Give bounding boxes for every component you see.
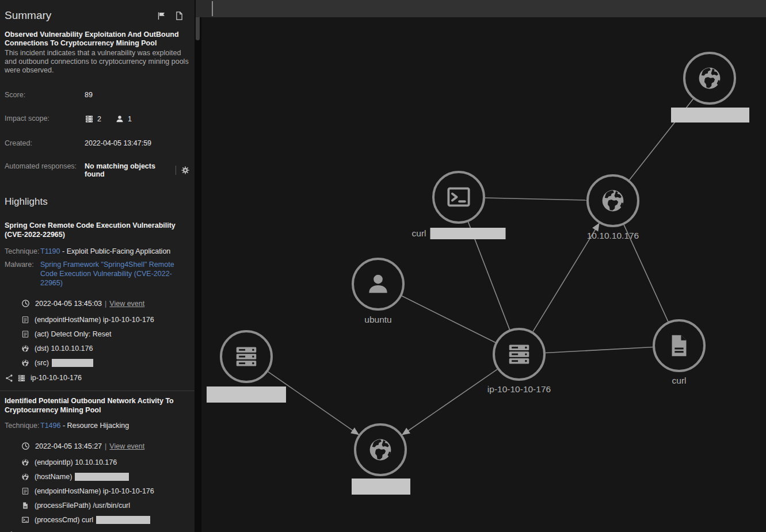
report-icon[interactable]	[174, 11, 184, 21]
file-icon	[666, 332, 692, 359]
event-attribute-text: (hostName)	[35, 473, 72, 481]
clock-icon	[21, 442, 30, 450]
panel-title: Summary	[5, 9, 157, 22]
incident-title: Observed Vulnerability Exploitation And …	[5, 30, 190, 48]
technique-label: Technique:	[5, 247, 40, 256]
user-icon	[115, 114, 124, 124]
score-label: Score:	[5, 91, 85, 99]
technique-row: Technique: T1496 - Resource Hijacking	[5, 421, 190, 430]
impact-scope-row: Impact scope: 2 1	[5, 114, 190, 124]
node-label-process-curl: curl	[412, 228, 506, 239]
event-attribute-row: (endpointIp) 10.10.10.176	[5, 458, 190, 466]
automated-responses-row: Automated responses: No matching objects…	[5, 162, 190, 178]
share-network-icon	[5, 374, 14, 382]
clock-icon	[21, 299, 30, 308]
separator: |	[105, 442, 106, 450]
globe-icon	[21, 345, 29, 353]
redacted-node-label	[671, 108, 749, 123]
impact-scope-label: Impact scope:	[5, 114, 85, 123]
globe-icon	[696, 65, 723, 91]
graph-node-process-curl[interactable]	[432, 171, 485, 224]
highlights-heading: Highlights	[5, 196, 190, 208]
event-attribute-row: (dst) 10.10.10.176	[5, 344, 190, 353]
created-row: Created: 2022-04-05 13:47:59	[5, 139, 190, 147]
graph-toolbar-button[interactable]	[196, 0, 212, 17]
terminal-icon	[445, 184, 472, 210]
toolbar-divider	[212, 1, 213, 16]
terminal-icon	[21, 516, 29, 524]
event-attribute-text: (act) Detect Only: Reset	[35, 330, 111, 338]
score-row: Score: 89	[5, 91, 190, 99]
globe-icon	[21, 359, 29, 367]
malware-label: Malware:	[5, 260, 40, 288]
graph-node-ip-10-10-10-176[interactable]	[586, 174, 639, 227]
event-attribute-row: (processFilePath) /usr/bin/curl	[5, 501, 190, 510]
user-icon	[365, 271, 391, 297]
server-icon	[17, 374, 26, 382]
highlight-section-2: Identified Potential Outbound Network Ac…	[5, 397, 190, 532]
redacted-value	[52, 359, 93, 367]
event-attribute-text: (endpointHostName) ip-10-10-10-176	[35, 487, 154, 495]
view-event-link[interactable]: View event	[109, 300, 144, 308]
globe-icon	[600, 187, 626, 214]
server-icon	[233, 343, 260, 370]
file-icon	[21, 502, 29, 510]
automated-responses-value: No matching objects found	[85, 162, 171, 178]
event-attribute-text: (processFilePath) /usr/bin/curl	[35, 502, 130, 510]
event-attribute-text: (dst) 10.10.10.176	[35, 345, 93, 353]
event-timestamp: 2022-04-05 13:45:27	[35, 442, 102, 450]
highlight-title: Identified Potential Outbound Network Ac…	[5, 397, 189, 415]
event-timestamp: 2022-04-05 13:45:03	[35, 300, 102, 308]
technique-label: Technique:	[5, 421, 40, 430]
incident-graph-canvas[interactable]	[201, 0, 766, 532]
event-attribute-text: (src)	[35, 359, 49, 367]
note-icon	[21, 487, 29, 495]
server-icon	[506, 341, 532, 368]
graph-node-host-ip-10-10-10-176[interactable]	[493, 328, 546, 381]
redacted-value	[96, 516, 150, 524]
score-value: 89	[85, 91, 93, 99]
redacted-node-label	[352, 479, 410, 495]
globe-icon	[367, 437, 394, 463]
globe-icon	[21, 458, 29, 466]
event-timestamp-row: 2022-04-05 13:45:27 | View event	[5, 440, 190, 452]
separator: |	[105, 300, 106, 308]
event-timestamp-row: 2022-04-05 13:45:03 | View event	[5, 297, 190, 309]
event-attribute-row: (hostName)	[5, 472, 190, 481]
created-value: 2022-04-05 13:47:59	[85, 139, 151, 147]
flag-icon[interactable]	[157, 11, 166, 21]
graph-node-external-destination-bottom[interactable]	[354, 423, 407, 476]
technique-link[interactable]: T1190	[40, 247, 60, 255]
section-divider	[0, 391, 195, 391]
value-divider	[176, 166, 176, 175]
affected-entity-name: ip-10-10-10-176	[31, 374, 82, 382]
event-attribute-row: (src)	[5, 358, 190, 367]
created-label: Created:	[5, 139, 85, 147]
view-event-link[interactable]: View event	[109, 442, 144, 450]
graph-node-user-ubuntu[interactable]	[352, 258, 405, 311]
technique-name: - Exploit Public-Facing Application	[62, 247, 170, 255]
event-attribute-row: (processCmd) curl	[5, 515, 190, 524]
highlight-title: Spring Core Remote Code Execution Vulner…	[5, 221, 189, 239]
gear-icon[interactable]	[181, 166, 190, 175]
sidebar-scrollbar[interactable]	[195, 0, 201, 532]
node-label-text: curl	[412, 228, 426, 239]
graph-node-external-destination-top[interactable]	[683, 52, 736, 105]
node-label-ubuntu: ubuntu	[364, 315, 391, 325]
incident-description: This incident indicates that a vulnerabi…	[5, 49, 190, 74]
malware-link[interactable]: Spring Framework "Spring4Shell" Remote C…	[40, 261, 174, 287]
note-icon	[21, 316, 29, 324]
graph-node-server-left[interactable]	[220, 330, 273, 383]
graph-toolbar	[196, 0, 766, 17]
technique-row: Technique: T1190 - Exploit Public-Facing…	[5, 247, 190, 256]
automated-responses-label: Automated responses:	[5, 162, 85, 170]
redacted-node-label	[207, 386, 286, 403]
graph-node-file-curl[interactable]	[653, 319, 706, 372]
summary-panel: Summary Observed Vulnerability Exploitat…	[0, 0, 195, 532]
technique-link[interactable]: T1496	[40, 422, 60, 430]
redacted-value	[75, 473, 129, 481]
technique-name: - Resource Hijacking	[63, 422, 129, 430]
event-attribute-text: (processCmd) curl	[35, 516, 93, 524]
affected-entity-row: ip-10-10-10-176	[5, 373, 190, 382]
event-attribute-text: (endpointIp) 10.10.10.176	[35, 458, 117, 466]
